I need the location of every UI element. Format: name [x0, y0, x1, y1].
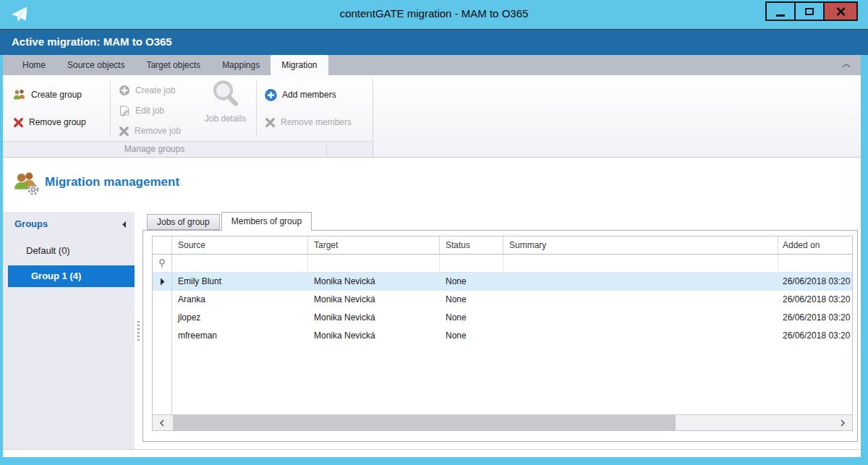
create-job-label: Create job — [135, 85, 175, 95]
filter-cell-added-on[interactable] — [778, 255, 852, 272]
tab-members-of-group[interactable]: Members of group — [221, 212, 312, 231]
sidebar-item-group1[interactable]: Group 1 (4) — [8, 265, 135, 287]
cell-status: None — [440, 273, 503, 291]
tab-jobs-of-group[interactable]: Jobs of group — [147, 214, 220, 230]
cell-added-on: 26/06/2018 03:20 — [778, 327, 852, 345]
detail-tabs: Jobs of group Members of group — [147, 212, 313, 230]
cell-summary — [503, 291, 778, 309]
table-row[interactable]: Emily Blunt Monika Nevická None 26/06/20… — [153, 273, 852, 291]
groups-collapse-button[interactable] — [121, 221, 127, 229]
remove-group-icon — [13, 117, 24, 128]
cell-added-on: 26/06/2018 03:20 — [778, 291, 852, 309]
filter-row-indicator — [153, 255, 172, 272]
filter-cell-source[interactable] — [172, 255, 308, 272]
column-header-target[interactable]: Target — [308, 236, 440, 254]
cell-summary — [503, 309, 778, 327]
create-group-button[interactable]: Create group — [13, 85, 82, 104]
close-icon — [835, 7, 846, 17]
groups-panel-title: Groups — [14, 218, 48, 229]
window-title: contentGATE migration - MAM to O365 — [0, 0, 868, 29]
ribbon-group-border — [373, 78, 373, 157]
ribbon-tabstrip: Home Source objects Target objects Mappi… — [3, 55, 861, 75]
caption-divider — [326, 141, 327, 157]
cell-source: mfreeman — [172, 327, 308, 345]
titlebar: contentGATE migration - MAM to O365 — [0, 0, 868, 29]
close-button[interactable] — [823, 1, 858, 21]
cell-status: None — [440, 291, 503, 309]
row-indicator — [153, 291, 172, 309]
edit-job-icon — [119, 105, 130, 116]
job-details-icon — [210, 80, 241, 111]
table-row[interactable]: Aranka Monika Nevická None 26/06/2018 03… — [153, 291, 852, 309]
filter-cell-status[interactable] — [440, 255, 503, 272]
body: Groups Default (0) Group 1 (4) Jobs of g — [3, 212, 861, 450]
row-indicator — [153, 273, 172, 291]
ribbon-group-caption: Manage groups — [3, 141, 373, 157]
create-job-button: Create job — [119, 81, 175, 100]
ribbon-separator — [110, 81, 111, 137]
panel-splitter[interactable] — [135, 212, 142, 449]
add-members-label: Add members — [282, 90, 336, 100]
filter-cell-target[interactable] — [308, 255, 440, 272]
window-controls — [767, 1, 858, 21]
table-row[interactable]: jlopez Monika Nevická None 26/06/2018 03… — [153, 309, 852, 327]
page-header: Migration management — [3, 158, 861, 212]
indicator-column-border — [171, 345, 172, 414]
maximize-icon — [805, 8, 814, 15]
column-header-summary[interactable]: Summary — [503, 236, 778, 254]
remove-job-label: Remove job — [135, 126, 181, 136]
scroll-right-button[interactable] — [833, 415, 852, 430]
create-group-icon — [13, 88, 26, 101]
minimize-icon — [776, 14, 785, 17]
remove-members-icon — [265, 117, 276, 128]
tab-mappings[interactable]: Mappings — [211, 55, 271, 75]
chevron-right-icon — [840, 419, 846, 427]
edit-job-button: Edit job — [119, 101, 164, 120]
remove-group-button[interactable]: Remove group — [13, 113, 86, 132]
chevron-up-icon — [841, 61, 852, 69]
job-details-button: Job details — [195, 80, 256, 139]
minimize-button[interactable] — [765, 1, 796, 21]
group-detail-tabpage: Jobs of group Members of group Source Ta… — [142, 212, 858, 442]
app-window: contentGATE migration - MAM to O365 Acti… — [0, 0, 868, 465]
job-details-label: Job details — [205, 114, 246, 124]
column-header-source[interactable]: Source — [172, 236, 308, 254]
groups-panel-header: Groups — [3, 212, 135, 235]
row-indicator — [153, 309, 172, 327]
cell-status: None — [440, 327, 503, 345]
chevron-left-icon — [121, 221, 127, 229]
sidebar-item-default[interactable]: Default (0) — [3, 241, 135, 261]
scrollbar-track[interactable] — [171, 415, 833, 430]
cell-target: Monika Nevická — [308, 291, 440, 309]
cell-source: jlopez — [172, 309, 308, 327]
tab-source-objects[interactable]: Source objects — [56, 55, 135, 75]
ribbon-tabs: Home Source objects Target objects Mappi… — [3, 55, 861, 75]
filter-cell-summary[interactable] — [503, 255, 778, 272]
column-header-added-on[interactable]: Added on — [778, 236, 852, 254]
table-row[interactable]: mfreeman Monika Nevická None 26/06/2018 … — [153, 327, 852, 345]
tab-home[interactable]: Home — [12, 55, 56, 75]
scroll-left-button[interactable] — [153, 415, 171, 430]
tab-target-objects[interactable]: Target objects — [135, 55, 211, 75]
members-grid: Source Target Status Summary Added on — [152, 236, 853, 431]
migration-management-icon — [13, 169, 39, 195]
cell-status: None — [440, 309, 503, 327]
grid-filter-row — [153, 255, 852, 273]
add-members-icon — [265, 89, 277, 101]
add-members-button[interactable]: Add members — [265, 85, 336, 104]
tab-migration[interactable]: Migration — [271, 55, 328, 75]
cell-summary — [503, 273, 778, 291]
horizontal-scrollbar[interactable] — [153, 414, 852, 430]
groups-panel: Groups Default (0) Group 1 (4) — [3, 212, 135, 449]
create-group-label: Create group — [31, 90, 82, 100]
edit-job-label: Edit job — [135, 106, 164, 116]
row-focus-arrow-icon — [160, 278, 165, 286]
maximize-button[interactable] — [794, 1, 825, 21]
remove-members-button: Remove members — [265, 113, 352, 132]
page-title: Migration management — [45, 175, 179, 189]
cell-target: Monika Nevická — [308, 309, 440, 327]
grid-header-row: Source Target Status Summary Added on — [153, 236, 852, 255]
ribbon-collapse-button[interactable] — [841, 61, 852, 69]
column-header-status[interactable]: Status — [440, 236, 503, 254]
scrollbar-thumb[interactable] — [173, 415, 676, 430]
